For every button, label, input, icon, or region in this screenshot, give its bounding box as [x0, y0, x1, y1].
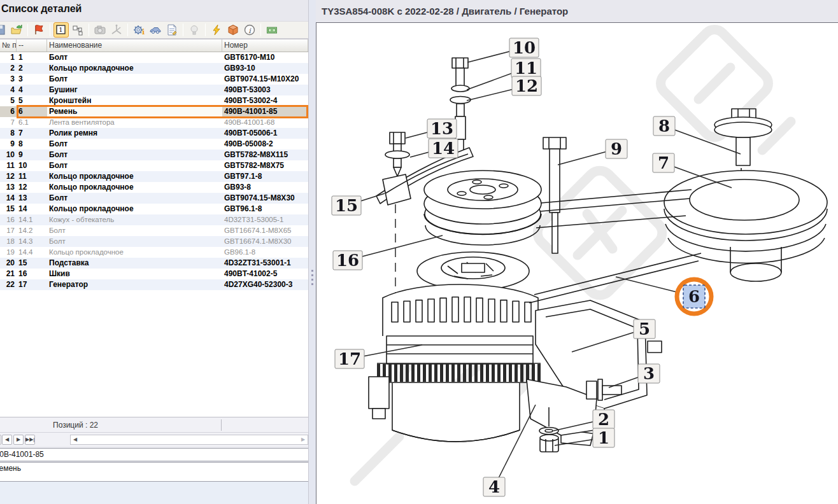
table-row[interactable]: 109БолтGBT5782-M8X115 [0, 150, 308, 160]
row-number: 4D32T31-53005-1 [222, 214, 308, 225]
row-pos: 3 [17, 74, 47, 85]
svg-text:17: 17 [338, 349, 361, 368]
row-number: 490B-41001-85 [222, 106, 308, 117]
callout-13[interactable]: 13 [406, 119, 457, 138]
table-row[interactable]: 55Кронштейн490BT-53002-4 [0, 95, 308, 106]
next-page-button[interactable]: ▶ [13, 435, 24, 445]
row-num: 12 [0, 171, 17, 182]
last-page-button[interactable]: ▶▶| [25, 435, 35, 445]
callout-9[interactable]: 9 [558, 139, 627, 165]
first-page-button[interactable]: |◀ [0, 435, 1, 445]
table-row[interactable]: 44Бушинг490BT-53003 [0, 85, 308, 95]
row-name: Болт [47, 193, 222, 204]
scroll-left-arrow-icon[interactable]: ◀ [71, 435, 80, 444]
row-num: 11 [0, 160, 17, 171]
row-name: Кольцо прокладочное [47, 247, 222, 258]
cube-icon[interactable] [225, 22, 241, 38]
row-number: GBT97.1-8 [222, 171, 308, 182]
table-row[interactable]: 33БолтGBT9074.15-M10X20 [0, 74, 308, 85]
save-icon[interactable] [0, 22, 8, 38]
row-num: 13 [0, 182, 17, 193]
callout-14[interactable]: 14 [410, 139, 458, 158]
camera-icon [92, 22, 108, 38]
svg-text:i: i [142, 28, 145, 36]
row-number: GBT16674.1-M8X65 [222, 225, 308, 236]
row-num: 9 [0, 139, 17, 150]
column-header-name[interactable]: Наименование [47, 39, 222, 52]
car-icon[interactable] [148, 22, 163, 38]
diagram-panel: 1011121314151617987653214 [316, 22, 838, 504]
info-icon[interactable]: i [242, 22, 257, 38]
prev-page-button[interactable]: ◀ [2, 435, 12, 445]
row-name: Кожух - обтекатель [47, 214, 222, 225]
svg-text:5: 5 [639, 319, 650, 339]
selected-part-number-field[interactable]: 490B-41001-85 [0, 448, 309, 461]
open-folder-icon[interactable] [9, 22, 24, 38]
table-row[interactable]: 2116Шкив490BT-41002-5 [0, 269, 308, 279]
table-row[interactable]: 87Ролик ремня490BT-05006-1 [0, 128, 308, 139]
table-row[interactable]: 1714.2БолтGBT16674.1-M8X65 [0, 225, 308, 236]
row-name: Кронштейн [47, 95, 222, 106]
table-row[interactable]: 22Кольцо прокладочноеGB93-10 [0, 63, 308, 74]
money-icon[interactable] [264, 22, 280, 38]
callout-panel-icon[interactable]: 1 [53, 22, 69, 38]
table-row[interactable]: 11БолтGBT6170-M10 [0, 52, 308, 63]
table-row[interactable]: 1413БолтGBT9074.15-M8X30 [0, 193, 308, 204]
row-number: GBT9074.15-M8X30 [222, 193, 308, 204]
svg-text:1: 1 [59, 26, 62, 33]
table-row[interactable]: 2217Генератор4D27XG40-52300-3 [0, 279, 308, 290]
table-row[interactable]: 1814.3БолтGBT16674.1-M8X30 [0, 236, 308, 247]
table-row[interactable]: 1914.4Кольцо прокладочноеGB96.1-8 [0, 247, 308, 258]
row-name: Кольцо прокладочное [47, 171, 222, 182]
row-name: Кольцо прокладочное [47, 63, 222, 74]
svg-text:4: 4 [488, 477, 500, 496]
callout-6[interactable]: 6 [616, 277, 711, 314]
row-num: 6 [0, 106, 17, 117]
table-row[interactable]: 1312Кольцо прокладочноеGB93-8 [0, 182, 308, 193]
table-row[interactable]: 66Ремень490B-41001-85 [0, 106, 308, 117]
horizontal-scrollbar[interactable]: ◀ ▶ [70, 435, 308, 445]
row-num: 2 [0, 63, 17, 74]
table-row[interactable]: 2015Подставка4D32ZT31-53001-1 [0, 258, 308, 269]
toolbar-separator [50, 24, 50, 36]
table-header: № п/п -- Наименование Номер [0, 39, 308, 52]
row-pos: 12 [17, 182, 47, 193]
document-edit-icon[interactable] [164, 22, 180, 38]
assembly-breadcrumb-title: TY3SA854-008K с 2022-02-28 / Двигатель /… [322, 0, 831, 22]
table-row[interactable]: 98Болт490B-05008-2 [0, 139, 308, 150]
column-header-pos[interactable]: -- [17, 39, 47, 52]
table-row[interactable]: 1211Кольцо прокладочноеGBT97.1-8 [0, 171, 308, 182]
row-number: GB93-8 [222, 182, 308, 193]
table-row[interactable]: 1614.1Кожух - обтекатель4D32T31-53005-1 [0, 214, 308, 225]
row-name: Болт [47, 52, 222, 63]
table-row[interactable]: 1514Кольцо прокладочноеGBT96.1-8 [0, 204, 308, 214]
row-num: 7 [0, 117, 17, 128]
panel-splitter[interactable] [308, 0, 316, 504]
status-separator [221, 419, 222, 431]
lightning-icon[interactable] [209, 22, 224, 38]
row-pos: 4 [17, 85, 47, 95]
exploded-view-diagram: 1011121314151617987653214 [316, 23, 838, 504]
gear-info-icon[interactable]: i [131, 22, 146, 38]
table-row[interactable]: 1110БолтGBT5782-M8X75 [0, 160, 308, 171]
row-number: 490BT-41002-5 [222, 269, 308, 279]
selected-part-name-field[interactable]: Ремень [0, 462, 309, 482]
column-header-num[interactable]: № п/п [0, 39, 17, 52]
svg-text:14: 14 [432, 139, 455, 158]
svg-text:16: 16 [336, 251, 359, 270]
hierarchy-icon[interactable] [70, 22, 85, 38]
callout-12[interactable]: 12 [467, 76, 541, 101]
svg-text:1: 1 [598, 428, 609, 447]
table-row[interactable]: 76.1Лента вентилятора490B-41001-68 [0, 117, 308, 128]
flag-icon[interactable] [31, 22, 46, 38]
row-pos: 7 [17, 128, 47, 139]
row-pos: 6.1 [17, 117, 47, 128]
row-name: Кольцо прокладочное [47, 204, 222, 214]
column-header-number[interactable]: Номер [222, 39, 308, 52]
toolbar-separator [127, 24, 128, 36]
scroll-right-arrow-icon[interactable]: ▶ [299, 435, 308, 444]
row-name: Болт [47, 139, 222, 150]
bulb-icon [187, 22, 202, 38]
splitter-grip-icon[interactable] [311, 270, 313, 286]
row-num: 16 [0, 214, 17, 225]
